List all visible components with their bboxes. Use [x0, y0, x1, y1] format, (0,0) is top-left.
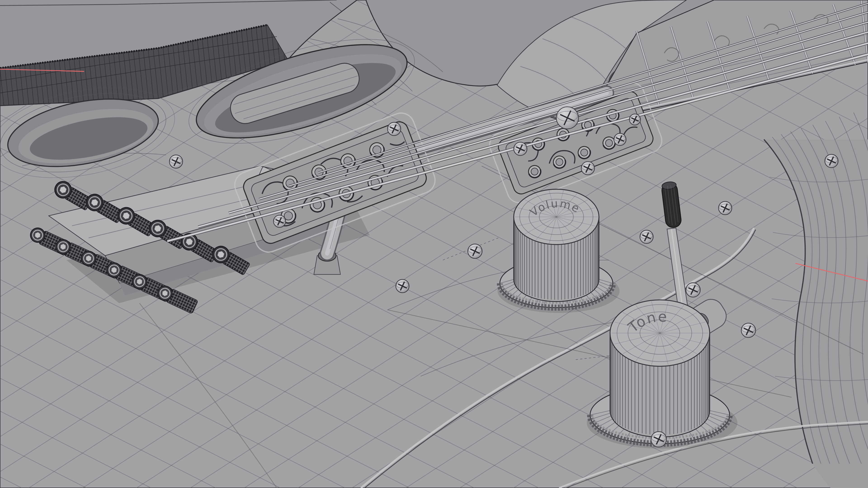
phillips-screw — [719, 201, 732, 215]
phillips-screw — [651, 431, 666, 447]
phillips-screw — [468, 244, 482, 258]
phillips-screw — [640, 230, 653, 243]
phillips-screw — [514, 142, 527, 156]
phillips-screw — [825, 154, 838, 168]
phillips-screw — [581, 162, 594, 175]
phillips-screw — [741, 323, 756, 337]
phillips-screw — [169, 155, 183, 168]
phillips-screw — [388, 122, 401, 135]
phillips-screw — [274, 215, 286, 228]
phillips-screw — [686, 283, 700, 297]
phillips-screw — [614, 133, 626, 145]
viewport-canvas[interactable]: Volume Tone — [0, 0, 868, 488]
phillips-screw — [629, 114, 640, 125]
phillips-screw — [396, 280, 409, 293]
phillips-screw — [556, 107, 579, 129]
viewport-3d: Volume Tone — [0, 0, 868, 488]
